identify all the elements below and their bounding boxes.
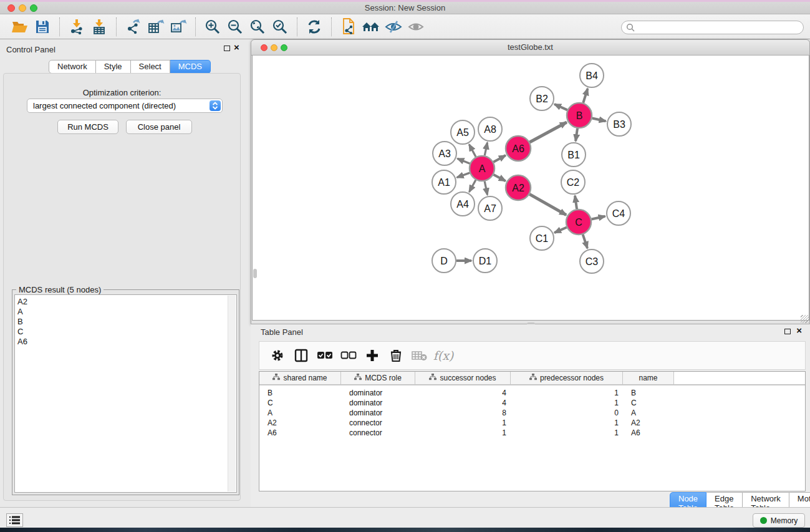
export-image-icon[interactable]	[167, 16, 190, 37]
node-A[interactable]: A	[470, 156, 494, 181]
run-mcds-button[interactable]: Run MCDS	[57, 120, 118, 134]
result-list-item[interactable]: C	[17, 327, 236, 337]
result-list-item[interactable]: A2	[17, 297, 236, 307]
table-cell[interactable]: 4	[415, 388, 511, 398]
table-row[interactable]: A2connector11A2	[259, 418, 805, 428]
result-list-item[interactable]: A6	[17, 337, 236, 347]
column-header-shared-name[interactable]: shared name	[259, 372, 341, 384]
edge-A-A8[interactable]	[485, 143, 487, 156]
select-all-checkboxes-icon[interactable]	[313, 344, 337, 367]
export-table-icon[interactable]	[145, 16, 167, 37]
import-table-icon[interactable]	[88, 16, 110, 37]
edge-A2-C[interactable]	[529, 194, 566, 215]
net-zoom-traffic-light[interactable]	[281, 44, 287, 51]
table-cell[interactable]: 0	[511, 408, 623, 418]
node-A4[interactable]: A4	[451, 192, 475, 216]
edge-A-A4[interactable]	[470, 180, 476, 191]
float-panel-icon[interactable]	[224, 46, 230, 51]
table-row[interactable]: A6connector11A6	[259, 428, 805, 438]
column-header-successor-nodes[interactable]: successor nodes	[415, 372, 511, 384]
net-close-traffic-light[interactable]	[261, 44, 268, 51]
table-cell[interactable]: A6	[623, 428, 674, 438]
network-canvas[interactable]: B4B2BB3A8A5A6A3B1AA1C2A2A4A7C4CC1C3DD1	[252, 56, 809, 321]
zoom-fit-icon[interactable]	[246, 16, 269, 37]
refresh-icon[interactable]	[303, 16, 325, 37]
criterion-dropdown[interactable]: largest connected component (directed)	[27, 99, 223, 113]
table-cell[interactable]: 8	[415, 408, 511, 418]
table-cell[interactable]: B	[259, 388, 341, 398]
column-header-predecessor-nodes[interactable]: predecessor nodes	[511, 372, 623, 384]
zoom-out-icon[interactable]	[224, 16, 246, 37]
table-cell[interactable]: A2	[623, 418, 674, 428]
zoom-selected-icon[interactable]	[269, 16, 291, 37]
node-C2[interactable]: C2	[561, 170, 585, 194]
task-history-button[interactable]	[6, 513, 23, 527]
network-graph[interactable]: B4B2BB3A8A5A6A3B1AA1C2A2A4A7C4CC1C3DD1	[253, 56, 810, 321]
node-C[interactable]: C	[566, 210, 591, 235]
close-traffic-light[interactable]	[7, 4, 15, 12]
split-columns-icon[interactable]	[289, 344, 313, 367]
zoom-in-icon[interactable]	[201, 16, 224, 37]
node-A8[interactable]: A8	[478, 117, 502, 141]
node-A6[interactable]: A6	[506, 136, 531, 161]
edge-A-A5[interactable]	[469, 144, 476, 157]
table-cell[interactable]: 4	[415, 398, 511, 408]
table-cell[interactable]: 1	[415, 418, 511, 428]
table-cell[interactable]: B	[623, 388, 674, 398]
search-input[interactable]	[621, 21, 804, 34]
node-C3[interactable]: C3	[580, 249, 604, 273]
deselect-all-checkboxes-icon[interactable]	[337, 344, 360, 367]
node-A5[interactable]: A5	[451, 120, 475, 144]
window-resize-grip[interactable]	[801, 315, 809, 323]
edge-A-A3[interactable]	[457, 158, 470, 163]
edge-C-C4[interactable]	[592, 216, 605, 220]
houses-icon[interactable]	[360, 16, 382, 37]
table-float-icon[interactable]	[784, 329, 791, 334]
node-A2[interactable]: A2	[506, 175, 531, 200]
result-list-item[interactable]: B	[17, 317, 236, 327]
column-header-name[interactable]: name	[623, 372, 674, 384]
result-list-item[interactable]: A	[17, 307, 236, 317]
node-B1[interactable]: B1	[562, 143, 586, 167]
edge-A-A6[interactable]	[493, 155, 505, 162]
mcds-result-list[interactable]: A2ABCA6	[14, 294, 237, 493]
table-close-icon[interactable]: ×	[796, 327, 802, 334]
table-cell[interactable]: dominator	[341, 388, 415, 398]
edge-B-B1[interactable]	[576, 128, 577, 141]
table-cell[interactable]: A2	[259, 418, 341, 428]
tab-mcds[interactable]: MCDS	[170, 60, 211, 74]
tab-select[interactable]: Select	[131, 60, 170, 74]
open-folder-icon[interactable]	[9, 16, 31, 37]
table-row[interactable]: Adominator80A	[259, 408, 805, 418]
network-window-titlebar[interactable]: testGlobe.txt	[251, 40, 809, 56]
node-A7[interactable]: A7	[478, 196, 502, 220]
edge-C-C1[interactable]	[554, 227, 567, 233]
save-icon[interactable]	[31, 16, 54, 37]
eye-slash-icon[interactable]	[382, 16, 405, 37]
net-minimize-traffic-light[interactable]	[271, 44, 277, 51]
edge-B-B3[interactable]	[592, 118, 606, 121]
vertical-scrollbar-thumb[interactable]	[253, 269, 257, 278]
gear-icon[interactable]	[266, 344, 289, 367]
table-cell[interactable]: C	[623, 398, 674, 408]
minimize-traffic-light[interactable]	[19, 4, 26, 12]
table-cell[interactable]: dominator	[341, 398, 415, 408]
tab-style[interactable]: Style	[96, 60, 131, 74]
table-cell[interactable]: 1	[511, 418, 623, 428]
node-D1[interactable]: D1	[473, 249, 497, 273]
edge-A6-B[interactable]	[529, 122, 566, 142]
table-cell[interactable]: A	[259, 408, 341, 418]
tab-network[interactable]: Network	[49, 60, 96, 74]
table-cell[interactable]: 1	[415, 428, 511, 438]
table-row[interactable]: Bdominator41B	[259, 388, 805, 398]
result-list-scrollbar[interactable]	[228, 296, 236, 491]
table-cell[interactable]: 1	[511, 388, 623, 398]
export-network-icon[interactable]	[122, 16, 145, 37]
node-B2[interactable]: B2	[530, 87, 554, 110]
close-panel-icon[interactable]: ×	[234, 44, 239, 51]
node-B4[interactable]: B4	[580, 64, 604, 87]
table-cell[interactable]: C	[259, 398, 341, 408]
table-row[interactable]: Cdominator41C	[259, 398, 805, 408]
table-cell[interactable]: A	[623, 408, 674, 418]
edge-C-C3[interactable]	[583, 235, 587, 248]
